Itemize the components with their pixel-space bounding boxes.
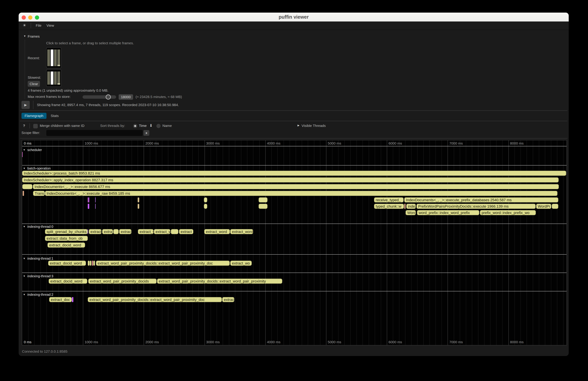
scope-bar[interactable] bbox=[88, 197, 88, 202]
scope-bar[interactable]: extract_docid_word bbox=[49, 279, 87, 284]
clear-filter-button[interactable]: x bbox=[144, 130, 149, 136]
scope-bar[interactable]: extract_docid_word bbox=[47, 243, 85, 248]
tab-flamegraph[interactable]: Flamegraph bbox=[21, 113, 46, 119]
scope-bar[interactable]: prefix_word::index_prefix_wo bbox=[480, 210, 536, 215]
scope-bar[interactable]: WordPr bbox=[536, 204, 551, 209]
frames-collapse-icon[interactable]: ▼ bbox=[23, 35, 26, 37]
scope-bar[interactable] bbox=[92, 261, 93, 266]
scope-bar[interactable]: IndexDocuments<_, _>::execute 8656.677 m… bbox=[33, 184, 559, 189]
scope-bar[interactable]: extract bbox=[179, 229, 193, 234]
play-button[interactable]: ▶ bbox=[21, 101, 30, 109]
scope-bar[interactable] bbox=[259, 204, 268, 209]
frame-thumbnail-bar[interactable] bbox=[47, 71, 50, 85]
menu-file[interactable]: File bbox=[36, 21, 42, 30]
frame-thumbnail-bar[interactable] bbox=[51, 49, 53, 66]
scope-bar[interactable] bbox=[259, 197, 268, 202]
clear-button[interactable]: Clear bbox=[28, 81, 40, 87]
visible-threads-label[interactable]: Visible Threads bbox=[302, 124, 326, 128]
scope-bar[interactable]: IndexScheduler>::apply_index_operation 8… bbox=[22, 177, 559, 182]
thread-collapse-icon[interactable]: ▼ bbox=[23, 257, 25, 260]
scope-bar[interactable] bbox=[22, 184, 32, 189]
help-button[interactable]: ? bbox=[23, 124, 25, 128]
sort-direction-icon[interactable]: ⬇ bbox=[149, 123, 152, 128]
scope-bar[interactable]: extract_word_pair_proximity_docids bbox=[88, 279, 157, 284]
frame-thumbnail-bar[interactable] bbox=[57, 71, 60, 85]
thread-collapse-icon[interactable]: ▼ bbox=[23, 293, 25, 296]
scope-bar[interactable]: extrac bbox=[222, 297, 234, 302]
scope-bar[interactable]: extract_wo bbox=[230, 261, 252, 266]
thread-label[interactable]: indexing-thread:3 bbox=[27, 274, 53, 278]
scope-bar[interactable] bbox=[204, 197, 207, 202]
frame-thumbnail-bar[interactable] bbox=[57, 49, 60, 66]
flamegraph-canvas[interactable]: 0 ms0 ms1000 ms1000 ms2000 ms2000 ms3000… bbox=[22, 140, 567, 345]
scope-bar[interactable] bbox=[72, 297, 73, 302]
scope-bar[interactable]: index bbox=[406, 204, 416, 209]
merge-checkbox[interactable] bbox=[33, 124, 38, 128]
scope-bar[interactable]: extract_word bbox=[230, 229, 253, 234]
scope-bar[interactable] bbox=[138, 204, 139, 209]
scope-bar[interactable]: IndexDocuments<_, _>::execute_raw 8459.1… bbox=[45, 191, 557, 196]
scope-bar[interactable] bbox=[404, 204, 406, 209]
scope-bar[interactable] bbox=[138, 197, 139, 202]
sort-time-label[interactable]: Time bbox=[139, 124, 147, 128]
scope-bar[interactable] bbox=[113, 229, 119, 234]
scope-bar[interactable] bbox=[95, 197, 96, 202]
thread-collapse-icon[interactable]: ▼ bbox=[23, 275, 25, 277]
sort-name-radio[interactable] bbox=[156, 124, 161, 128]
slowest-frames-thumbnail[interactable] bbox=[46, 69, 62, 87]
scope-bar[interactable]: word_prefix::index_word_prefix bbox=[417, 210, 479, 215]
tab-stats[interactable]: Stats bbox=[51, 114, 59, 118]
scope-bar[interactable] bbox=[95, 204, 96, 209]
scope-bar[interactable]: extract_w bbox=[138, 229, 153, 234]
scope-bar[interactable]: extract_w bbox=[154, 229, 170, 234]
scope-bar[interactable]: IndexDocuments<_, _>::execute_prefix_dat… bbox=[404, 197, 558, 202]
thread-collapse-icon[interactable]: ▼ bbox=[23, 148, 25, 151]
scope-bar[interactable] bbox=[90, 261, 91, 266]
scope-bar[interactable]: IndexScheduler>::process_batch 8953.821 … bbox=[22, 171, 566, 176]
scope-bar[interactable]: extract_word bbox=[204, 229, 230, 234]
frame-thumbnail-bar[interactable] bbox=[54, 49, 57, 66]
scope-bar[interactable] bbox=[88, 204, 89, 209]
scope-bar[interactable]: extract_doc bbox=[49, 297, 72, 302]
sort-name-label[interactable]: Name bbox=[162, 124, 172, 128]
scope-bar[interactable]: extract::data_from_ob bbox=[45, 236, 88, 241]
scope-bar[interactable] bbox=[89, 197, 89, 202]
max-frames-value[interactable]: 18000 bbox=[119, 94, 133, 100]
scope-bar[interactable]: PrefixWordPairsProximityDocids::execute … bbox=[417, 204, 536, 209]
thread-label[interactable]: batch-operation bbox=[27, 167, 51, 170]
thread-collapse-icon[interactable]: ▼ bbox=[23, 167, 25, 170]
sort-time-radio[interactable] bbox=[133, 124, 137, 128]
scope-bar[interactable] bbox=[88, 229, 88, 234]
frame-thumbnail-bar[interactable] bbox=[47, 49, 50, 66]
scope-bar[interactable]: typed_chunk::w bbox=[374, 204, 404, 209]
thread-label[interactable]: indexing-thread:0 bbox=[27, 225, 53, 229]
scope-bar[interactable]: Word bbox=[406, 210, 416, 215]
scope-bar[interactable]: split_grenad_by_chunks bbox=[45, 229, 88, 234]
frame-thumbnail-bar[interactable] bbox=[51, 71, 53, 85]
thread-collapse-icon[interactable]: ▼ bbox=[23, 225, 25, 228]
scope-bar[interactable] bbox=[552, 204, 558, 209]
scope-bar[interactable]: Trans bbox=[33, 191, 45, 196]
scope-bar[interactable]: extract bbox=[119, 229, 131, 234]
slider-knob[interactable] bbox=[106, 94, 111, 100]
visible-threads-collapse-icon[interactable]: ▶ bbox=[297, 124, 299, 127]
max-frames-slider[interactable] bbox=[83, 95, 116, 99]
scope-bar[interactable]: extract bbox=[89, 229, 102, 234]
thread-label[interactable]: indexing-thread:2 bbox=[27, 293, 53, 296]
scope-bar[interactable] bbox=[204, 204, 207, 209]
recent-frames-thumbnail[interactable] bbox=[46, 47, 62, 68]
frame-thumbnail-bar[interactable] bbox=[54, 71, 57, 85]
scope-bar[interactable]: extract_docid_word bbox=[48, 261, 86, 266]
frames-header[interactable]: Frames bbox=[28, 34, 40, 39]
scope-bar[interactable] bbox=[88, 261, 90, 266]
thread-label[interactable]: scheduler bbox=[27, 148, 42, 152]
thread-label[interactable]: indexing-thread:1 bbox=[27, 257, 53, 260]
scope-bar[interactable] bbox=[171, 229, 178, 234]
scope-bar[interactable]: extra bbox=[102, 229, 113, 234]
menu-view[interactable]: View bbox=[46, 21, 54, 30]
scope-bar[interactable] bbox=[93, 261, 95, 266]
scope-bar[interactable]: extract_word_pair_proximity_docids::extr… bbox=[157, 279, 282, 284]
scope-bar[interactable] bbox=[22, 152, 23, 157]
scope-bar[interactable]: receive_typed_ bbox=[374, 197, 404, 202]
scope-filter-input[interactable] bbox=[46, 130, 143, 136]
